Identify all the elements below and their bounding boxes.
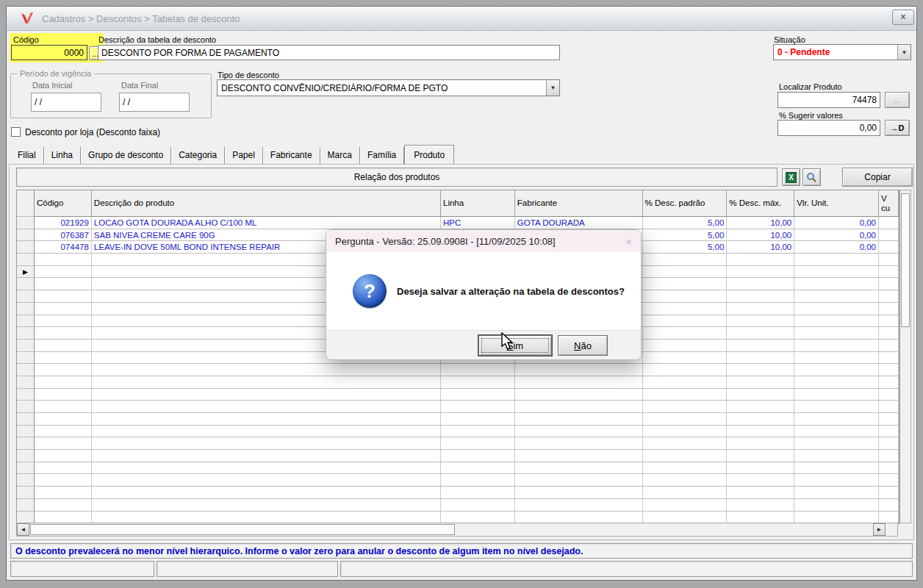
- situacao-combobox[interactable]: 0 - Pendente ▼: [773, 44, 911, 60]
- cell-linha[interactable]: [441, 450, 515, 462]
- row-selector[interactable]: [17, 499, 35, 512]
- cell-vlr_unit[interactable]: [794, 340, 879, 352]
- current-row-marker-icon[interactable]: ▶: [17, 266, 35, 279]
- cell-vlr_custo[interactable]: [879, 512, 899, 524]
- cell-fabricante[interactable]: [515, 364, 643, 376]
- cell-vlr_unit[interactable]: [794, 327, 879, 340]
- cell-vlr_unit[interactable]: [794, 512, 879, 524]
- sugerir-valores-input[interactable]: 0,00: [777, 120, 880, 136]
- row-selector[interactable]: [17, 315, 35, 328]
- cell-vlr_custo[interactable]: [879, 401, 899, 413]
- row-selector[interactable]: [17, 462, 35, 475]
- grid-horizontal-scrollbar[interactable]: ◄ ►: [16, 523, 898, 537]
- row-selector[interactable]: [17, 437, 35, 450]
- column-header-desc_padrao[interactable]: % Desc. padrão: [643, 190, 728, 217]
- empty-row[interactable]: [17, 413, 899, 426]
- cell-vlr_custo[interactable]: [879, 290, 899, 303]
- column-header-codigo[interactable]: Código: [35, 190, 92, 217]
- row-selector[interactable]: [17, 512, 35, 524]
- cell-vlr_custo[interactable]: [879, 450, 899, 462]
- cell-fabricante[interactable]: [515, 512, 643, 524]
- cell-vlr_custo[interactable]: [879, 352, 899, 365]
- row-selector[interactable]: [17, 278, 35, 290]
- tipo-desconto-combobox[interactable]: DESCONTO CONVÊNIO/CREDIÁRIO/FORMA DE PGT…: [217, 79, 560, 96]
- grid-vertical-scrollbar[interactable]: [899, 190, 911, 523]
- cell-descricao[interactable]: [92, 512, 441, 524]
- cell-desc_max[interactable]: [727, 437, 794, 450]
- cell-desc_padrao[interactable]: [643, 512, 728, 524]
- tab-filial[interactable]: Filial: [10, 147, 44, 164]
- cell-desc_max[interactable]: [727, 401, 794, 413]
- empty-row[interactable]: [17, 462, 899, 475]
- cell-desc_max[interactable]: [727, 499, 794, 512]
- cell-desc_max[interactable]: [727, 462, 794, 475]
- cell-desc_max[interactable]: [727, 303, 794, 315]
- cell-vlr_unit[interactable]: [794, 426, 879, 438]
- cell-fabricante[interactable]: [515, 401, 643, 413]
- column-header-vlr_unit[interactable]: Vlr. Unit.: [794, 190, 879, 217]
- cell-desc_max[interactable]: 10,00: [727, 241, 794, 254]
- cell-desc_padrao[interactable]: [643, 462, 728, 475]
- empty-row[interactable]: [17, 437, 899, 450]
- cell-codigo[interactable]: [35, 340, 92, 352]
- cell-desc_max[interactable]: [727, 413, 794, 426]
- cell-descricao[interactable]: [92, 450, 441, 462]
- cell-desc_padrao[interactable]: [643, 426, 728, 438]
- cell-linha[interactable]: [441, 499, 515, 512]
- row-selector[interactable]: [17, 413, 35, 426]
- cell-vlr_custo[interactable]: [879, 327, 899, 340]
- cell-desc_max[interactable]: [727, 327, 794, 340]
- cell-linha[interactable]: [441, 389, 515, 401]
- cell-codigo[interactable]: [35, 278, 92, 290]
- cell-desc_padrao[interactable]: [643, 303, 728, 315]
- cell-descricao[interactable]: [92, 426, 441, 438]
- cell-codigo[interactable]: [35, 376, 92, 389]
- cell-codigo[interactable]: 076387: [35, 229, 92, 242]
- tab-categoria[interactable]: Categoria: [171, 147, 225, 164]
- cell-vlr_unit[interactable]: [794, 376, 879, 389]
- cell-codigo[interactable]: [35, 315, 92, 328]
- cell-desc_padrao[interactable]: [643, 487, 728, 499]
- cell-codigo[interactable]: [35, 290, 92, 303]
- cell-vlr_custo[interactable]: [879, 315, 899, 328]
- cell-fabricante[interactable]: [515, 426, 643, 438]
- apply-values-button[interactable]: →D: [885, 120, 910, 136]
- yes-button[interactable]: Sim: [478, 335, 552, 356]
- cell-linha[interactable]: [441, 401, 515, 413]
- data-inicial-input[interactable]: / /: [31, 93, 101, 112]
- cell-desc_max[interactable]: [727, 278, 794, 290]
- row-selector[interactable]: [17, 217, 35, 229]
- cell-vlr_custo[interactable]: [879, 254, 899, 266]
- cell-vlr_unit[interactable]: [794, 499, 879, 512]
- cell-fabricante[interactable]: GOTA DOURADA: [515, 217, 643, 229]
- cell-desc_max[interactable]: [727, 254, 794, 266]
- cell-vlr_custo[interactable]: [879, 364, 899, 376]
- cell-desc_max[interactable]: [727, 352, 794, 365]
- cell-fabricante[interactable]: [515, 389, 643, 401]
- tab-grupo-de-desconto[interactable]: Grupo de desconto: [81, 147, 171, 164]
- descricao-input[interactable]: DESCONTO POR FORMA DE PAGAMENTO: [98, 45, 560, 60]
- cell-vlr_unit[interactable]: [794, 450, 879, 462]
- row-selector[interactable]: [17, 340, 35, 352]
- cell-linha[interactable]: [441, 376, 515, 389]
- cell-linha[interactable]: [441, 512, 515, 524]
- cell-vlr_custo[interactable]: [879, 426, 899, 438]
- cell-vlr_custo[interactable]: [879, 303, 899, 315]
- cell-desc_padrao[interactable]: [643, 474, 728, 487]
- cell-vlr_unit[interactable]: [794, 303, 879, 315]
- row-selector[interactable]: [17, 364, 35, 376]
- row-selector[interactable]: [17, 352, 35, 365]
- empty-row[interactable]: [17, 401, 899, 413]
- cell-desc_max[interactable]: 10,00: [727, 229, 794, 242]
- row-selector[interactable]: [17, 474, 35, 487]
- cell-vlr_custo[interactable]: [879, 229, 899, 242]
- cell-desc_padrao[interactable]: [643, 389, 728, 401]
- cell-linha[interactable]: [441, 426, 515, 438]
- cell-fabricante[interactable]: [515, 376, 643, 389]
- cell-codigo[interactable]: 021929: [35, 217, 92, 229]
- cell-desc_padrao[interactable]: [643, 254, 728, 266]
- empty-row[interactable]: [17, 499, 899, 512]
- cell-descricao[interactable]: [92, 364, 441, 376]
- cell-desc_max[interactable]: [727, 364, 794, 376]
- cell-codigo[interactable]: [35, 426, 92, 438]
